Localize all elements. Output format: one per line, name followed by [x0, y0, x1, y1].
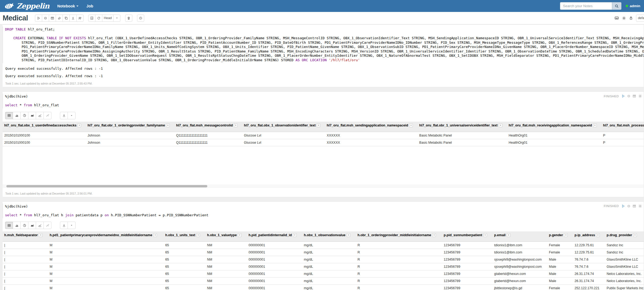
export-note-button[interactable] [69, 15, 77, 22]
filter-icon[interactable]: ▼ [409, 124, 413, 127]
show-hide-code-button[interactable] [42, 15, 49, 22]
filter-icon[interactable]: ▼ [347, 233, 350, 237]
search-input[interactable] [560, 2, 612, 10]
download-data-button[interactable] [60, 112, 68, 119]
permissions-lock-icon[interactable] [629, 16, 633, 20]
clear-output-button[interactable] [56, 15, 63, 22]
note-title[interactable]: Medical [3, 14, 28, 22]
filter-icon[interactable]: ▼ [507, 233, 510, 237]
filter-icon[interactable]: ▼ [77, 124, 81, 127]
remove-note-button[interactable] [125, 15, 132, 22]
code-editor[interactable]: DROP TABLE hl7_oru_flat; CREATE EXTERNAL… [3, 27, 644, 63]
column-header[interactable]: p.pid_ssnnumberpatient▼ [442, 231, 493, 242]
nav-notebook[interactable]: Notebook [57, 4, 78, 8]
download-options-caret[interactable] [68, 222, 76, 229]
column-header[interactable]: hl7_oru_flat.msh_messagecontrolid▼ [174, 122, 242, 132]
collapse-paragraph-icon[interactable] [627, 204, 630, 208]
area-chart-button[interactable] [28, 222, 36, 229]
column-header[interactable]: hl7_oru_flat.obx_1_observationidentifier… [242, 122, 325, 132]
line-chart-button[interactable] [36, 112, 44, 119]
scheduler-button[interactable] [137, 15, 144, 22]
scatter-chart-button[interactable] [43, 222, 51, 229]
horizontal-scrollbar[interactable] [6, 185, 207, 187]
checkpoint-button[interactable] [88, 15, 95, 22]
table-cell: XXXXXX [325, 132, 418, 139]
show-hide-output-icon[interactable] [633, 94, 636, 98]
filter-icon[interactable]: ▼ [293, 233, 297, 237]
filter-icon[interactable]: ▼ [596, 233, 600, 237]
shortcuts-keyboard-icon[interactable] [615, 16, 619, 20]
column-header[interactable]: h.obx_1_observationvalue▼ [302, 231, 356, 242]
filter-icon[interactable]: ▼ [166, 124, 170, 127]
area-chart-button[interactable] [28, 112, 36, 119]
table-cell: 12.229.75.61 [573, 242, 605, 249]
filter-icon[interactable]: ▼ [39, 233, 42, 237]
revision-compare-button[interactable] [95, 15, 102, 22]
paragraph-settings-icon[interactable] [638, 204, 642, 208]
filter-icon[interactable]: ▼ [564, 233, 568, 237]
zeppelin-logo[interactable]: Zeppelin [4, 2, 49, 10]
filter-icon[interactable]: ▼ [432, 233, 436, 237]
column-header[interactable]: h.msh_fieldseparator▼ [3, 231, 48, 242]
column-header[interactable]: hl7_oru_flat.obr_1_universalserviceident… [418, 122, 507, 132]
code-editor[interactable]: %jdbc(hive) select * from hl7_oru_flat [3, 94, 644, 108]
pie-chart-button[interactable] [20, 112, 28, 119]
column-header[interactable]: p.gender▼ [547, 231, 573, 242]
user-menu[interactable]: admin [626, 4, 640, 8]
column-header[interactable]: hl7_oru_flat.obx_1_userdefinedaccesschec… [3, 122, 86, 132]
zeppelin-blimp-icon [4, 2, 15, 10]
download-data-button[interactable] [60, 222, 68, 229]
pie-chart-button[interactable] [20, 222, 28, 229]
search-button[interactable] [612, 2, 621, 10]
nav-job[interactable]: Job [86, 4, 93, 8]
run-paragraph-icon[interactable] [621, 94, 625, 98]
paragraph-settings-icon[interactable] [638, 94, 642, 98]
filter-icon[interactable]: ▼ [499, 124, 502, 127]
column-header[interactable]: hl7_oru_flat.msh_processingid_processing… [602, 122, 644, 132]
column-header[interactable]: p.drug_provider▼ [605, 231, 644, 242]
column-header[interactable]: h.pid_patientidinternalid_id▼ [247, 231, 302, 242]
column-header[interactable]: h.pd1_patientprimarycareprovidernameidno… [48, 231, 164, 242]
download-group [60, 222, 76, 229]
show-hide-output-icon[interactable] [633, 204, 636, 208]
table-display-button[interactable] [5, 112, 13, 119]
bar-chart-button[interactable] [13, 112, 21, 119]
filter-icon[interactable]: ▼ [593, 124, 597, 127]
filter-icon[interactable]: ▼ [317, 124, 320, 127]
column-header[interactable]: h.obr_1_orderingprovider_middleinitialor… [356, 231, 442, 242]
table-row: |M65NM000000001mg/dLR123456789gtabertd@h… [3, 278, 644, 285]
line-chart-button[interactable] [36, 222, 44, 229]
column-header[interactable]: hl7_oru_flat.obr_1_orderingprovider_fami… [86, 122, 174, 132]
show-hide-output-button[interactable] [49, 15, 56, 22]
table-cell: 65 [164, 249, 205, 256]
scatter-chart-button[interactable] [43, 112, 51, 119]
collaboration-mode-button[interactable] [76, 15, 84, 22]
version-caret-button[interactable] [113, 15, 120, 22]
code-editor[interactable]: %jdbc(hive) select * from hl7_oru_flat h… [3, 204, 644, 218]
column-header[interactable]: h.obx_1_valuetype▼ [205, 231, 247, 242]
display-mode-dropdown[interactable]: defa [636, 15, 644, 22]
column-header[interactable]: hl7_oru_flat.msh_receivingapplication_na… [507, 122, 602, 132]
shrink-icon [44, 16, 47, 20]
run-paragraph-icon[interactable] [621, 204, 625, 208]
run-all-paragraphs-button[interactable] [35, 15, 42, 22]
collapse-paragraph-icon[interactable] [627, 94, 630, 98]
filter-icon[interactable]: ▼ [483, 233, 487, 237]
bar-chart-button[interactable] [13, 222, 21, 229]
column-header[interactable]: p.email▼ [493, 231, 547, 242]
table-cell: Basic Metabolic Panel [418, 139, 507, 146]
column-header[interactable]: h.obx_1_units_text▼ [164, 231, 205, 242]
column-header[interactable]: hl7_oru_flat.msh_sendingapplication_name… [325, 122, 418, 132]
table-cell: M [48, 256, 164, 263]
filter-icon[interactable]: ▼ [196, 233, 200, 237]
filter-icon[interactable]: ▼ [234, 124, 238, 127]
interpreter-settings-icon[interactable] [622, 16, 626, 20]
column-header[interactable]: p.ip_address▼ [573, 231, 605, 242]
filter-icon[interactable]: ▼ [633, 233, 637, 237]
download-options-caret[interactable] [68, 112, 76, 119]
table-display-button[interactable] [5, 222, 13, 229]
filter-icon[interactable]: ▼ [238, 233, 242, 237]
filter-icon[interactable]: ▼ [153, 233, 157, 237]
version-dropdown-button[interactable]: Head [102, 15, 114, 22]
clone-note-button[interactable] [63, 15, 70, 22]
